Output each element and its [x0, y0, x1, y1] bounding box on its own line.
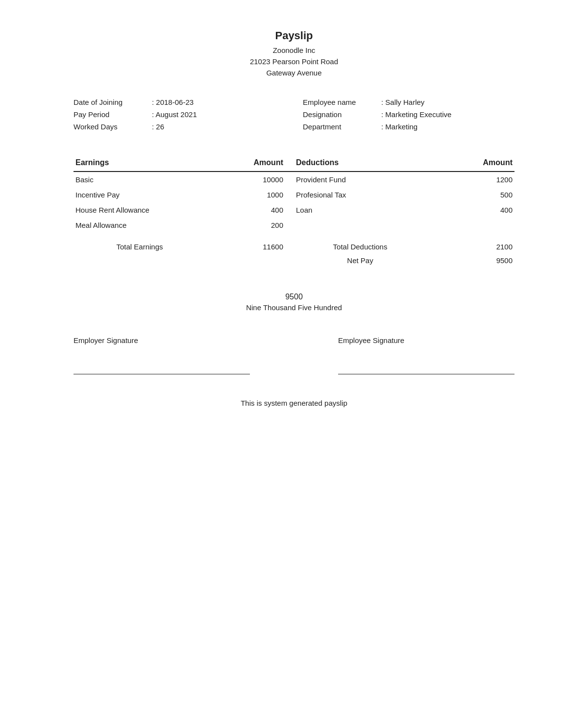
earnings-header: Earnings [74, 154, 206, 172]
earning-name-meal: Meal Allowance [74, 218, 206, 233]
empty-net-earn [206, 254, 285, 268]
table-row: Meal Allowance 200 [74, 218, 514, 233]
date-of-joining-value: : 2018-06-23 [152, 98, 194, 106]
spacer [285, 187, 294, 202]
earning-amount-hra: 400 [206, 202, 285, 218]
earnings-deductions-table: Earnings Amount Deductions Amount Basic … [74, 154, 514, 268]
payslip-table: Earnings Amount Deductions Amount Basic … [74, 154, 514, 268]
pay-period-label: Pay Period [74, 110, 152, 119]
designation-value: : Marketing Executive [381, 110, 451, 119]
designation-label: Designation [303, 110, 381, 119]
summary-words: Nine Thousand Five Hundred [74, 303, 514, 312]
employee-info-section: Date of Joining : 2018-06-23 Pay Period … [74, 98, 514, 135]
net-pay-row: Net Pay 9500 [74, 254, 514, 268]
spacer [285, 233, 294, 254]
table-row: House Rent Allowance 400 Loan 400 [74, 202, 514, 218]
info-right: Employee name : Sally Harley Designation… [303, 98, 514, 135]
employer-signature-line [74, 374, 250, 374]
totals-row: Total Earnings 11600 Total Deductions 21… [74, 233, 514, 254]
spacer [285, 254, 294, 268]
summary-amount: 9500 [74, 293, 514, 301]
table-row: Basic 10000 Provident Fund 1200 [74, 172, 514, 187]
empty-deduction [294, 218, 426, 233]
footer-text: This is system generated payslip [241, 399, 347, 407]
deduction-name-loan: Loan [294, 202, 426, 218]
designation-row: Designation : Marketing Executive [303, 110, 514, 119]
net-pay-label: Net Pay [294, 254, 426, 268]
total-deductions-value: 2100 [426, 233, 514, 254]
earning-name-hra: House Rent Allowance [74, 202, 206, 218]
worked-days-label: Worked Days [74, 123, 152, 131]
company-name: Zoonodle Inc [74, 46, 514, 54]
employee-name-label: Employee name [303, 98, 381, 106]
address-line1: 21023 Pearson Point Road [250, 57, 338, 66]
earning-amount-incentive: 1000 [206, 187, 285, 202]
payslip-title: Payslip [74, 29, 514, 42]
employee-signature-line [338, 374, 514, 374]
info-left: Date of Joining : 2018-06-23 Pay Period … [74, 98, 285, 135]
pay-period-row: Pay Period : August 2021 [74, 110, 285, 119]
employee-signature-label: Employee Signature [338, 336, 514, 344]
earning-name-incentive: Incentive Pay [74, 187, 206, 202]
deductions-header: Deductions [294, 154, 426, 172]
summary-section: 9500 Nine Thousand Five Hundred [74, 293, 514, 312]
spacer [285, 218, 294, 233]
spacer [285, 202, 294, 218]
empty-deduction-amount [426, 218, 514, 233]
earning-amount-basic: 10000 [206, 172, 285, 187]
employee-name-value: : Sally Harley [381, 98, 424, 106]
deduction-amount-professionaltax: 500 [426, 187, 514, 202]
deductions-amount-header: Amount [426, 154, 514, 172]
date-of-joining-label: Date of Joining [74, 98, 152, 106]
worked-days-row: Worked Days : 26 [74, 123, 285, 131]
address-line2: Gateway Avenue [266, 69, 321, 77]
net-pay-value: 9500 [426, 254, 514, 268]
table-row: Incentive Pay 1000 Profesional Tax 500 [74, 187, 514, 202]
deduction-name-professionaltax: Profesional Tax [294, 187, 426, 202]
employer-signature-label: Employer Signature [74, 336, 250, 344]
date-of-joining-row: Date of Joining : 2018-06-23 [74, 98, 285, 106]
deduction-name-pf: Provident Fund [294, 172, 426, 187]
deduction-amount-pf: 1200 [426, 172, 514, 187]
employee-signature-block: Employee Signature [338, 336, 514, 374]
total-earnings-value: 11600 [206, 233, 285, 254]
department-row: Department : Marketing [303, 123, 514, 131]
employee-name-row: Employee name : Sally Harley [303, 98, 514, 106]
footer-note: This is system generated payslip [74, 399, 514, 407]
department-value: : Marketing [381, 123, 417, 131]
pay-period-value: : August 2021 [152, 110, 197, 119]
earnings-amount-header: Amount [206, 154, 285, 172]
employer-signature-block: Employer Signature [74, 336, 250, 374]
deduction-amount-loan: 400 [426, 202, 514, 218]
payslip-container: Payslip Zoonodle Inc 21023 Pearson Point… [54, 0, 534, 437]
department-label: Department [303, 123, 381, 131]
spacer-col [285, 154, 294, 172]
total-earnings-label: Total Earnings [74, 233, 206, 254]
signature-section: Employer Signature Employee Signature [74, 336, 514, 374]
table-header-row: Earnings Amount Deductions Amount [74, 154, 514, 172]
company-address: 21023 Pearson Point Road Gateway Avenue [74, 56, 514, 78]
earning-name-basic: Basic [74, 172, 206, 187]
earning-amount-meal: 200 [206, 218, 285, 233]
empty-net-left [74, 254, 206, 268]
worked-days-value: : 26 [152, 123, 164, 131]
total-deductions-label: Total Deductions [294, 233, 426, 254]
payslip-header: Payslip Zoonodle Inc 21023 Pearson Point… [74, 29, 514, 78]
spacer [285, 172, 294, 187]
